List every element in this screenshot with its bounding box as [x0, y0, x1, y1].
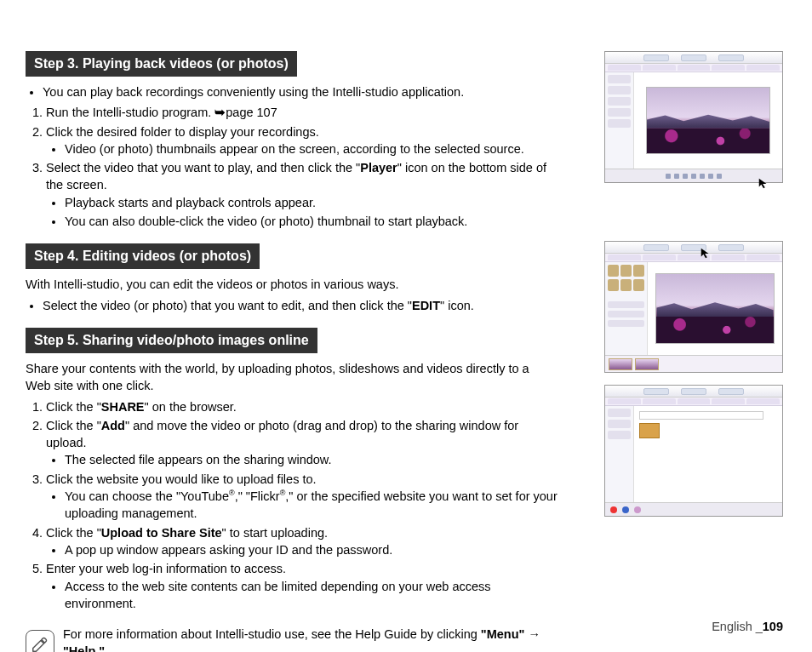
page-footer: English _109 — [712, 620, 783, 633]
screenshot-edit-thumb — [604, 241, 783, 373]
step3-li3-sub1: Playback starts and playback controls ap… — [65, 194, 562, 211]
step5-li3-sub-list: You can choose the "YouTube®," "Flickr®,… — [46, 488, 562, 523]
step5-li3-sub-a: You can choose the "YouTube — [65, 489, 229, 503]
step3-li2-sub: Video (or photo) thumbnails appear on th… — [65, 140, 562, 157]
step4-li1-c: " icon. — [440, 299, 474, 312]
step3-li2-sub-list: Video (or photo) thumbnails appear on th… — [46, 140, 562, 157]
step5-li1-share: SHARE — [101, 400, 145, 414]
step3-intro-list: You can play back recordings convenientl… — [26, 83, 562, 100]
note-arrow: → — [524, 627, 540, 641]
step5-li1-c: " on the browser. — [145, 400, 237, 414]
step5-li4-sub-list: A pop up window appears asking your ID a… — [46, 541, 562, 558]
step5-li2-sub-list: The selected file appears on the sharing… — [46, 451, 562, 468]
step5-ordered-list: Click the "SHARE" on the browser. Click … — [26, 398, 562, 613]
step3-li3-sub2: You can also double-click the video (or … — [65, 213, 562, 230]
step4-li1-edit: EDIT — [412, 299, 440, 312]
step3-li1-text: Run the Intelli-studio program. — [46, 106, 214, 119]
step5-li5: Enter your web log-in information to acc… — [46, 560, 562, 612]
arrow-icon: ➥ — [214, 106, 226, 119]
step5-li1-a: Click the " — [46, 400, 101, 414]
step3-li1-pageref: page 107 — [226, 106, 277, 119]
step3-li3-sub-list: Playback starts and playback controls ap… — [46, 194, 562, 231]
note-a: For more information about Intelli-studi… — [63, 627, 481, 641]
cursor-icon — [700, 247, 712, 262]
step5-li2: Click the "Add" and move the video or ph… — [46, 417, 562, 469]
note-menu: "Menu" — [481, 627, 525, 641]
footer-page-number: 109 — [763, 620, 783, 633]
step5-li4-sub: A pop up window appears asking your ID a… — [65, 541, 562, 558]
step4-p1: With Intelli-studio, you can edit the vi… — [26, 276, 562, 293]
step5-p1: Share your contents with the world, by u… — [26, 360, 553, 395]
step5-li2-sub: The selected file appears on the sharing… — [65, 451, 562, 468]
step4-section: Step 4. Editing videos (or photos) With … — [26, 243, 562, 314]
step3-li2: Click the desired folder to display your… — [46, 123, 562, 158]
note-help: "Help." — [63, 644, 105, 652]
step3-li1: Run the Intelli-studio program. ➥page 10… — [46, 104, 562, 121]
step5-li3-sub: You can choose the "YouTube®," "Flickr®,… — [65, 488, 562, 523]
note-text: For more information about Intelli-studi… — [63, 626, 562, 652]
step5-li5-sub-list: Access to the web site contents can be l… — [46, 578, 562, 613]
step5-li3-text: Click the website you would like to uplo… — [46, 472, 317, 486]
step3-li3-a: Select the video that you want to play, … — [46, 161, 360, 174]
step5-li5-sub: Access to the web site contents can be l… — [65, 578, 562, 613]
note-pencil-icon — [26, 630, 54, 652]
cursor-icon — [758, 177, 769, 192]
step4-li1-a: Select the video (or photo) that you wan… — [43, 299, 412, 312]
step5-li4-upload: Upload to Share Site — [101, 526, 222, 540]
screenshot-player-thumb — [604, 51, 783, 183]
note-row: For more information about Intelli-studi… — [26, 626, 562, 652]
step5-li2-add: Add — [101, 419, 125, 432]
step5-li3: Click the website you would like to uplo… — [46, 471, 562, 523]
step5-li4-c: " to start uploading. — [222, 526, 328, 540]
step5-li4-a: Click the " — [46, 526, 101, 540]
step4-list: Select the video (or photo) that you wan… — [26, 297, 562, 314]
step3-intro: You can play back recordings convenientl… — [43, 83, 562, 100]
step5-li4: Click the "Upload to Share Site" to star… — [46, 524, 562, 559]
screenshot-share-thumb — [604, 385, 783, 517]
step4-title: Step 4. Editing videos (or photos) — [26, 243, 260, 269]
step5-title: Step 5. Sharing video/photo images onlin… — [26, 328, 317, 353]
step5-li5-text: Enter your web log-in information to acc… — [46, 562, 286, 575]
step4-li1: Select the video (or photo) that you wan… — [43, 297, 562, 314]
footer-lang: English _ — [712, 620, 763, 633]
step5-li1: Click the "SHARE" on the browser. — [46, 398, 562, 415]
step5-section: Step 5. Sharing video/photo images onlin… — [26, 328, 562, 612]
step5-li3-sub-b: ," "Flickr — [235, 489, 280, 503]
step3-li2-text: Click the desired folder to display your… — [46, 125, 319, 139]
step3-li3: Select the video that you want to play, … — [46, 159, 562, 230]
reg-mark-1: ® — [229, 489, 235, 497]
step3-section: Step 3. Playing back videos (or photos) … — [26, 51, 562, 230]
step5-li2-a: Click the " — [46, 419, 101, 432]
step3-title: Step 3. Playing back videos (or photos) — [26, 51, 297, 77]
step3-ordered-list: Run the Intelli-studio program. ➥page 10… — [26, 104, 562, 230]
step3-li3-player: Player — [360, 161, 397, 174]
